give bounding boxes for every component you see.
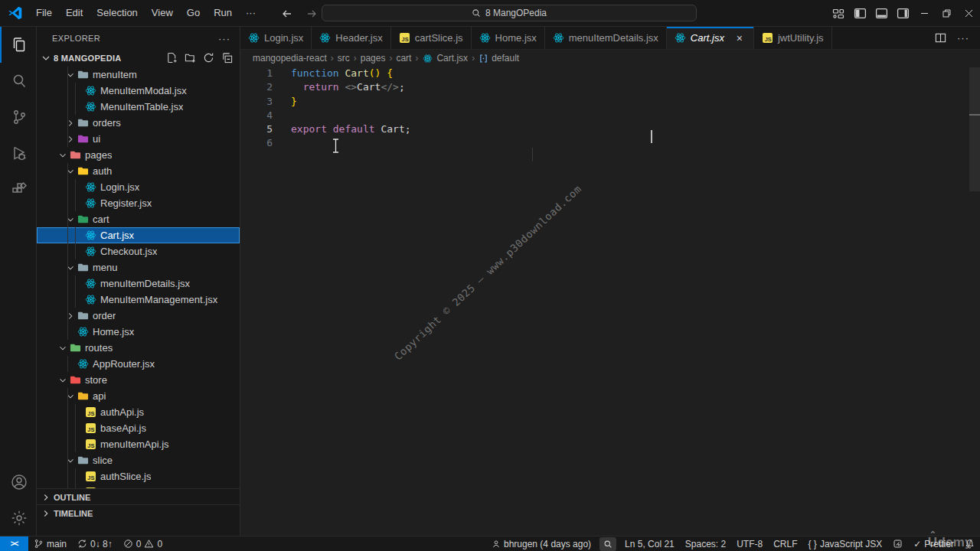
command-center[interactable]: 8 MangOPedia (322, 5, 697, 21)
breadcrumb-item-cart[interactable]: cart (396, 53, 411, 64)
tree-item-baseapi-js[interactable]: JSbaseApi.js (37, 420, 240, 436)
menu-file[interactable]: File (29, 4, 59, 22)
sync-status[interactable]: 0↓ 8↑ (72, 536, 118, 551)
problems-status[interactable]: 00 (118, 536, 168, 551)
menu-go[interactable]: Go (180, 4, 207, 22)
tab-login-jsx[interactable]: Login.jsx (240, 27, 312, 49)
activity-accounts-icon[interactable] (0, 464, 36, 500)
eol-status[interactable]: CRLF (768, 536, 802, 551)
forward-button[interactable] (303, 5, 320, 22)
toggle-sidebar-icon[interactable] (849, 4, 871, 24)
extension-status[interactable] (887, 536, 908, 551)
tab-home-jsx[interactable]: Home.jsx (472, 27, 545, 49)
editor-more-actions-icon[interactable]: ··· (957, 32, 969, 44)
tree-item-slice[interactable]: slice (37, 452, 240, 468)
language-mode-status[interactable]: { } JavaScript JSX (803, 536, 888, 551)
tree-item-store[interactable]: store (37, 372, 240, 388)
tab-jwtutility-js[interactable]: JSjwtUtility.js (754, 27, 832, 49)
editor-scrollbar[interactable] (969, 67, 980, 191)
cursor-position-status[interactable]: Ln 5, Col 21 (619, 536, 680, 551)
tree-item-orders[interactable]: orders (37, 115, 240, 131)
tree-item-cart-jsx[interactable]: Cart.jsx (37, 227, 240, 243)
blame-author-status[interactable]: bhrugen (4 days ago) (486, 536, 596, 551)
close-window-button[interactable] (958, 0, 980, 27)
tree-item-menuitemmodal-jsx[interactable]: MenuItemModal.jsx (37, 83, 240, 99)
activity-run-debug-icon[interactable] (0, 135, 36, 171)
tree-item-authslice-js[interactable]: JSauthSlice.js (37, 468, 240, 484)
tree-item-ui[interactable]: ui (37, 131, 240, 147)
tree-item-label: Register.jsx (100, 197, 152, 209)
activity-search-icon[interactable] (0, 63, 36, 99)
customize-layout-icon[interactable] (828, 4, 849, 24)
collapse-all-icon[interactable] (221, 52, 234, 64)
tab-cart-jsx[interactable]: Cart.jsx× (667, 27, 754, 49)
encoding-status[interactable]: UTF-8 (731, 536, 768, 551)
tab-cartslice-js[interactable]: JScartSlice.js (391, 27, 472, 49)
react-icon (85, 294, 96, 305)
breadcrumb-item-pages[interactable]: pages (361, 53, 386, 64)
menu-edit[interactable]: Edit (59, 4, 90, 22)
tree-item-register-jsx[interactable]: Register.jsx (37, 195, 240, 211)
menu-run[interactable]: Run (207, 4, 239, 22)
activity-source-control-icon[interactable] (0, 99, 36, 135)
refresh-icon[interactable] (203, 52, 215, 64)
tree-item-login-jsx[interactable]: Login.jsx (37, 179, 240, 195)
breadcrumb-item-default[interactable]: default (479, 53, 519, 64)
menu-selection[interactable]: Selection (90, 4, 144, 22)
tree-item-authapi-js[interactable]: JSauthApi.js (37, 404, 240, 420)
activity-explorer-icon[interactable] (0, 27, 36, 63)
tree-item-auth[interactable]: auth (37, 163, 240, 179)
chevron-down-icon (57, 149, 69, 161)
zoom-indicator[interactable] (599, 537, 616, 551)
tree-item-menu[interactable]: menu (37, 259, 240, 276)
timeline-section-header[interactable]: TIMELINE (37, 504, 240, 521)
restore-button[interactable] (936, 0, 958, 27)
tree-item-approuter-jsx[interactable]: AppRouter.jsx (37, 356, 240, 372)
folder-icon (69, 342, 81, 354)
tree-item-routes[interactable]: routes (37, 340, 240, 356)
tree-item-order[interactable]: order (37, 308, 240, 324)
remote-indicator[interactable]: >< (0, 536, 28, 551)
tree-item-home-jsx[interactable]: Home.jsx (37, 324, 240, 340)
code-editor[interactable]: 1function Cart() {2 return <>Cart</>;3}4… (240, 67, 980, 536)
chevron-spacer (72, 101, 84, 113)
menu-[interactable]: ··· (239, 4, 263, 22)
project-section-header[interactable]: 8 MANGOPEDIA (37, 50, 240, 67)
code-text: function Cart() { (273, 67, 393, 80)
react-icon (479, 32, 491, 44)
toggle-secondary-sidebar-icon[interactable] (892, 4, 913, 24)
tree-item-api[interactable]: api (37, 388, 240, 404)
indent-guide (532, 148, 533, 161)
toggle-panel-icon[interactable] (871, 4, 892, 24)
git-branch-status[interactable]: main (28, 536, 72, 551)
tree-item-pages[interactable]: pages (37, 147, 240, 163)
indentation-status[interactable]: Spaces: 2 (680, 536, 731, 551)
tab-menuitemdetails-jsx[interactable]: menuItemDetails.jsx (545, 27, 667, 49)
tree-item-menuitem[interactable]: menuItem (37, 67, 240, 83)
activity-settings-icon[interactable] (0, 500, 36, 536)
breadcrumb-item-src[interactable]: src (338, 53, 350, 64)
tree-item-cart[interactable]: cart (37, 211, 240, 227)
back-button[interactable] (279, 5, 296, 22)
tree-item-menuitemtable-jsx[interactable]: MenuItemTable.jsx (37, 99, 240, 115)
tree-item-checkout-jsx[interactable]: Checkout.jsx (37, 243, 240, 259)
activity-extensions-icon[interactable] (0, 171, 36, 207)
minimize-button[interactable] (913, 0, 936, 27)
breadcrumb-item-cart-jsx[interactable]: Cart.jsx (422, 53, 468, 64)
explorer-more-actions-icon[interactable]: ··· (218, 33, 230, 44)
outline-section-header[interactable]: OUTLINE (37, 488, 240, 505)
menu-view[interactable]: View (145, 4, 180, 22)
tree-item-menuitemdetails-jsx[interactable]: menuItemDetails.jsx (37, 276, 240, 292)
split-editor-icon[interactable] (935, 32, 946, 44)
tree-item-label: Cart.jsx (100, 230, 134, 241)
tree-item-menuitemapi-js[interactable]: JSmenuItemApi.js (37, 436, 240, 452)
react-icon (248, 32, 260, 44)
new-file-icon[interactable] (166, 52, 178, 64)
close-tab-icon[interactable]: × (733, 32, 746, 44)
breadcrumb-item-mangopedia-react[interactable]: mangopedia-react (253, 53, 327, 64)
formatter-status[interactable]: ✓Prettier (908, 536, 959, 551)
new-folder-icon[interactable] (185, 52, 197, 64)
tree-item-menuitemmanagement-jsx[interactable]: MenuItemManagement.jsx (37, 292, 240, 308)
notifications-bell[interactable] (959, 536, 980, 551)
tab-header-jsx[interactable]: Header.jsx (312, 27, 390, 49)
